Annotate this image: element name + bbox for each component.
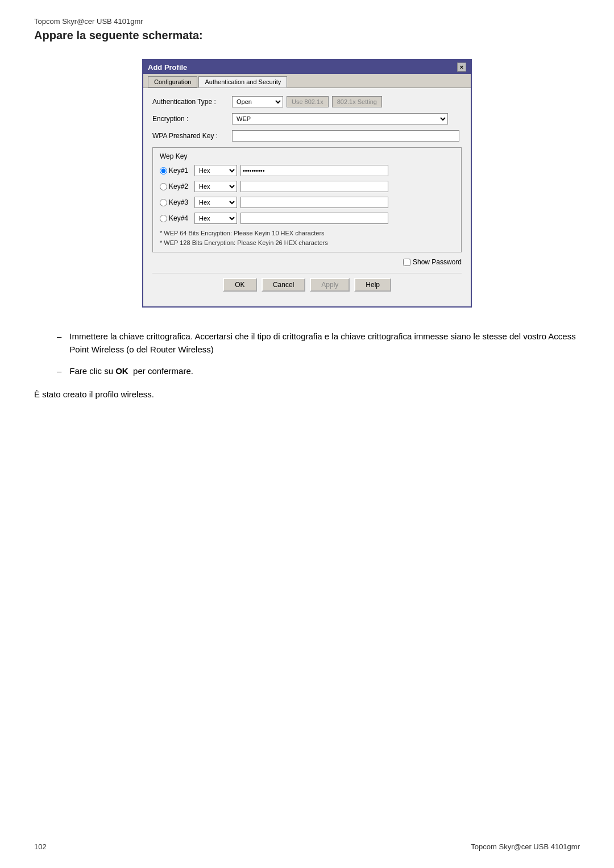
page-footer: 102 Topcom Skyr@cer USB 4101gmr xyxy=(34,842,580,851)
conclusion-text: È stato creato il profilo wireless. xyxy=(34,389,580,399)
tab-auth-security[interactable]: Authentication and Security xyxy=(198,76,287,88)
wpa-key-row: WPA Preshared Key : xyxy=(152,130,462,142)
bullet-dash-1: – xyxy=(57,330,61,356)
wpa-key-input[interactable] xyxy=(232,130,459,142)
wep-row-3: Key#3 Hex ASCII xyxy=(160,197,454,208)
ok-bold: OK xyxy=(115,366,128,376)
key2-label[interactable]: Key#2 xyxy=(160,182,191,190)
wep-row-1: Key#1 Hex ASCII xyxy=(160,165,454,176)
key3-value-input[interactable] xyxy=(240,197,388,208)
wep-key-group: Wep Key Key#1 Hex ASCII xyxy=(152,147,462,252)
help-button[interactable]: Help xyxy=(354,278,391,292)
show-password-row: Show Password xyxy=(152,258,462,266)
key1-value-input[interactable] xyxy=(240,165,388,176)
encryption-controls: WEP None TKIP AES xyxy=(232,113,462,124)
key1-label[interactable]: Key#1 xyxy=(160,167,191,175)
key4-text: Key#4 xyxy=(169,214,188,222)
auth-type-row: Authentication Type : Open Shared WPA-PS… xyxy=(152,96,462,107)
bullet-dash-2: – xyxy=(57,365,61,378)
key4-format-select[interactable]: Hex ASCII xyxy=(194,213,237,224)
auth-type-select[interactable]: Open Shared WPA-PSK xyxy=(232,96,283,107)
bullet-text-2: Fare clic su OK per confermare. xyxy=(69,365,580,378)
wep-note-1: * WEP 64 Bits Encryption: Please Keyin 1… xyxy=(160,229,454,238)
dialog-title: Add Profile xyxy=(148,63,187,72)
close-button[interactable]: × xyxy=(457,63,466,72)
show-password-label: Show Password xyxy=(413,258,462,266)
dialog-tabs: Configuration Authentication and Securit… xyxy=(143,74,471,88)
dialog-buttons: OK Cancel Apply Help xyxy=(152,273,462,298)
ok-button[interactable]: OK xyxy=(223,278,257,292)
auth-type-label: Authentication Type : xyxy=(152,98,232,106)
key3-label[interactable]: Key#3 xyxy=(160,198,191,206)
tab-configuration[interactable]: Configuration xyxy=(148,76,197,88)
page-header-small: Topcom Skyr@cer USB 4101gmr xyxy=(34,17,580,26)
key4-label[interactable]: Key#4 xyxy=(160,214,191,222)
page-header-large: Appare la seguente schermata: xyxy=(34,29,580,42)
wep-note: * WEP 64 Bits Encryption: Please Keyin 1… xyxy=(160,229,454,247)
bullet-item-1: – Immettere la chiave crittografica. Acc… xyxy=(57,330,580,356)
key1-format-select[interactable]: Hex ASCII xyxy=(194,165,237,176)
show-password-checkbox[interactable] xyxy=(403,259,410,266)
wep-row-4: Key#4 Hex ASCII xyxy=(160,213,454,224)
key3-radio[interactable] xyxy=(160,199,167,206)
bullet-list: – Immettere la chiave crittografica. Acc… xyxy=(57,330,580,378)
footer-brand: Topcom Skyr@cer USB 4101gmr xyxy=(471,842,580,851)
encryption-row: Encryption : WEP None TKIP AES xyxy=(152,113,462,124)
use-802-button[interactable]: Use 802.1x xyxy=(287,96,329,107)
bullet-item-2: – Fare clic su OK per confermare. xyxy=(57,365,580,378)
key1-radio[interactable] xyxy=(160,167,167,175)
add-profile-dialog: Add Profile × Configuration Authenticati… xyxy=(142,59,472,308)
dialog-content: Authentication Type : Open Shared WPA-PS… xyxy=(143,88,471,306)
key2-value-input[interactable] xyxy=(240,181,388,192)
auth-type-controls: Open Shared WPA-PSK Use 802.1x 802.1x Se… xyxy=(232,96,462,107)
key2-text: Key#2 xyxy=(169,182,188,190)
key3-format-select[interactable]: Hex ASCII xyxy=(194,197,237,208)
key4-radio[interactable] xyxy=(160,215,167,222)
wep-note-2: * WEP 128 Bits Encryption: Please Keyin … xyxy=(160,238,454,248)
key1-text: Key#1 xyxy=(169,167,188,175)
wpa-label: WPA Preshared Key : xyxy=(152,132,232,140)
encryption-select[interactable]: WEP None TKIP AES xyxy=(232,113,448,124)
footer-page-number: 102 xyxy=(34,842,47,851)
key3-text: Key#3 xyxy=(169,198,188,206)
wep-row-2: Key#2 Hex ASCII xyxy=(160,181,454,192)
802-setting-button[interactable]: 802.1x Setting xyxy=(332,96,382,107)
key2-radio[interactable] xyxy=(160,183,167,190)
key4-value-input[interactable] xyxy=(240,213,388,224)
bullet-text-1: Immettere la chiave crittografica. Accer… xyxy=(69,330,580,356)
cancel-button[interactable]: Cancel xyxy=(262,278,305,292)
key2-format-select[interactable]: Hex ASCII xyxy=(194,181,237,192)
wep-group-title: Wep Key xyxy=(160,152,454,160)
dialog-titlebar: Add Profile × xyxy=(143,60,471,74)
encryption-label: Encryption : xyxy=(152,115,232,123)
apply-button[interactable]: Apply xyxy=(310,278,350,292)
